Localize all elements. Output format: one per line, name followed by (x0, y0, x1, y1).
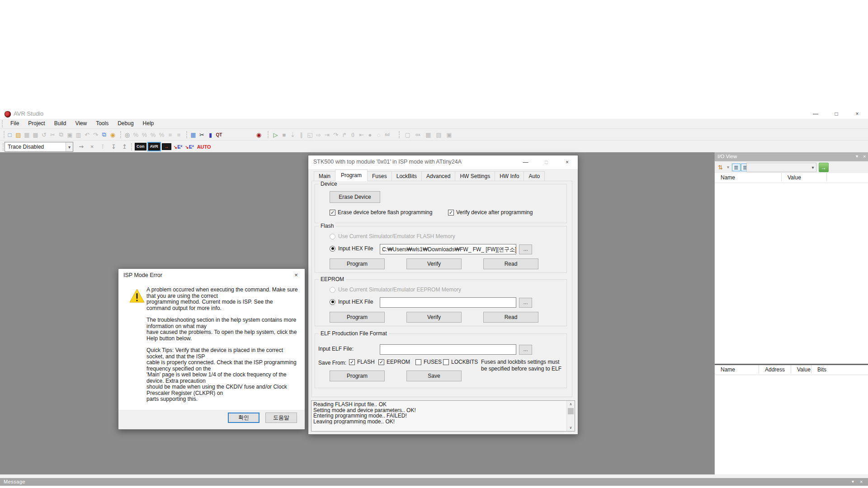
eeprom-input-hex-radio[interactable]: Input HEX File (330, 299, 373, 305)
run-icon[interactable]: ▷ (271, 131, 280, 139)
save-fuses-checkbox[interactable]: FUSES (415, 359, 442, 365)
tab[interactable]: Advanced (421, 171, 455, 181)
toggle-bookmark-icon[interactable]: % (149, 131, 157, 139)
log-scrollbar[interactable]: ∧ ∨ (566, 401, 575, 431)
flash-input-hex-radio[interactable]: Input HEX File (330, 245, 373, 252)
tab[interactable]: Main (314, 171, 335, 181)
flash-action-button[interactable]: Program (330, 258, 385, 269)
radio-icon[interactable] (330, 246, 335, 252)
chip-icon[interactable]: ▮ (206, 131, 215, 139)
close-icon[interactable]: × (291, 271, 301, 280)
editor-window-icon[interactable]: ▣ (445, 131, 453, 139)
ok-button[interactable]: 확인 (228, 413, 259, 423)
watch-window-icon[interactable]: ▢ (403, 131, 412, 139)
menu-item[interactable]: Help (138, 119, 159, 128)
find-in-files-icon[interactable]: ◉ (108, 131, 117, 139)
panel-close-icon[interactable]: × (860, 479, 863, 484)
eeprom-action-button[interactable]: Read (483, 312, 538, 323)
reset-icon[interactable]: ◱ (306, 131, 314, 139)
scroll-up-icon[interactable]: ∧ (567, 401, 575, 408)
radio-icon[interactable] (330, 299, 335, 305)
cascade-windows-icon[interactable]: ⧉ (100, 131, 108, 139)
erase-device-button[interactable]: Erase Device (330, 191, 380, 203)
remove-breakpoints-icon[interactable]: ◌ (374, 131, 383, 139)
panel-menu-icon[interactable]: ▾ (852, 479, 854, 484)
hex-display-icon[interactable]: 6d (383, 131, 392, 139)
save-flash-checkbox[interactable]: FLASH (349, 359, 375, 365)
elf-action-button[interactable]: Program (330, 371, 385, 381)
avr-prog-badge-icon[interactable]: AVR (148, 143, 160, 150)
trace-clear-icon[interactable]: × (88, 143, 96, 151)
column-header[interactable]: Name (715, 173, 782, 181)
menu-item[interactable]: Debug (113, 119, 138, 128)
menu-item[interactable]: File (6, 119, 24, 128)
save-all-icon[interactable]: ▩ (31, 131, 40, 139)
close-button[interactable]: × (847, 109, 868, 119)
step-out-icon[interactable]: ↱ (340, 131, 349, 139)
new-file-icon[interactable]: □ (5, 131, 14, 139)
panel-menu-icon[interactable]: ▾ (856, 154, 858, 159)
checkbox-icon[interactable] (448, 210, 454, 216)
trace-mode-combo[interactable]: Trace Disabled ▾ (5, 142, 73, 152)
pause-icon[interactable]: ∥ (297, 131, 306, 139)
dock-splitter[interactable] (0, 474, 868, 478)
step-over-icon[interactable]: ↷ (331, 131, 340, 139)
trace-pointer-icon[interactable]: ⇝ (77, 143, 85, 151)
column-header[interactable]: Value (791, 365, 811, 373)
column-header[interactable]: Bits (811, 365, 868, 373)
redo-icon[interactable]: ↷ (91, 131, 100, 139)
menu-item[interactable]: Build (50, 119, 71, 128)
find-next-icon[interactable]: % (132, 131, 140, 139)
eeprom-action-button[interactable]: Verify (406, 312, 462, 323)
scrollbar-thumb[interactable] (568, 408, 574, 414)
undo-icon[interactable]: ↶ (83, 131, 91, 139)
tab[interactable]: Auto (524, 171, 545, 181)
save-icon[interactable]: ▦ (23, 131, 31, 139)
checkbox-icon[interactable] (349, 359, 355, 365)
maximize-button[interactable]: □ (826, 109, 847, 119)
tab[interactable]: Fuses (367, 171, 392, 181)
step-down-trace-icon[interactable]: ↧ (109, 143, 118, 151)
close-button[interactable]: × (557, 155, 577, 169)
flash-use-current-radio[interactable]: Use Current Simulator/Emulator FLASH Mem… (330, 233, 455, 239)
indent-icon[interactable]: ≡ (175, 131, 183, 139)
tab[interactable]: Program (335, 169, 368, 181)
qt-icon[interactable]: QT (215, 131, 223, 139)
connect-badge-icon[interactable]: Con (135, 143, 146, 150)
show-next-statement-icon[interactable]: ⇣ (288, 131, 297, 139)
checkbox-icon[interactable] (443, 359, 449, 365)
io-tree-toggle-icon[interactable]: ≣ (732, 164, 741, 171)
menu-item[interactable]: View (71, 119, 91, 128)
open-file-icon[interactable]: ▨ (14, 131, 23, 139)
step-up-trace-icon[interactable]: ↥ (120, 143, 129, 151)
checkbox-icon[interactable] (330, 210, 335, 216)
replace-icon[interactable]: % (140, 131, 149, 139)
flash-write-icon[interactable]: → (162, 143, 171, 150)
copy-icon[interactable]: ⧉ (57, 131, 66, 139)
braces-icon[interactable]: {} (349, 131, 357, 139)
menu-item[interactable]: Project (24, 119, 49, 128)
eeprom-browse-button[interactable]: ... (519, 298, 532, 308)
message-window-icon[interactable]: ox (414, 131, 422, 139)
flash-action-button[interactable]: Read (483, 258, 538, 269)
tab[interactable]: HW Info (495, 171, 524, 181)
verify-after-checkbox[interactable]: Verify device after programming (448, 209, 533, 216)
auto-program-icon[interactable]: AUTO (197, 144, 211, 150)
save-eeprom-checkbox[interactable]: EEPROM (378, 359, 410, 365)
column-header[interactable]: Value (782, 173, 827, 181)
minimize-button[interactable]: — (805, 109, 826, 119)
run-to-cursor-icon[interactable]: ⇤ (357, 131, 366, 139)
revert-icon[interactable]: ↺ (40, 131, 48, 139)
eeprom-hex-path-field[interactable] (380, 297, 516, 308)
trace-toggle-icon[interactable]: ⊺ (99, 143, 107, 151)
flash-browse-button[interactable]: ... (519, 244, 532, 254)
elf-action-button[interactable]: Save (406, 371, 462, 381)
io-go-button[interactable]: → (819, 163, 829, 172)
column-header[interactable]: Name (715, 365, 759, 373)
radio-icon[interactable] (330, 234, 335, 239)
memory-window-icon[interactable]: ▦ (424, 131, 433, 139)
debug-bug-icon[interactable]: ◉ (255, 131, 263, 139)
elf-browse-button[interactable]: ... (519, 345, 532, 355)
flash-hex-path-field[interactable]: C:₩Users₩wls1₩Downloads₩FW_ FW_ [FW][연구소… (380, 244, 516, 254)
erase-before-checkbox[interactable]: Erase device before flash programming (330, 209, 432, 216)
